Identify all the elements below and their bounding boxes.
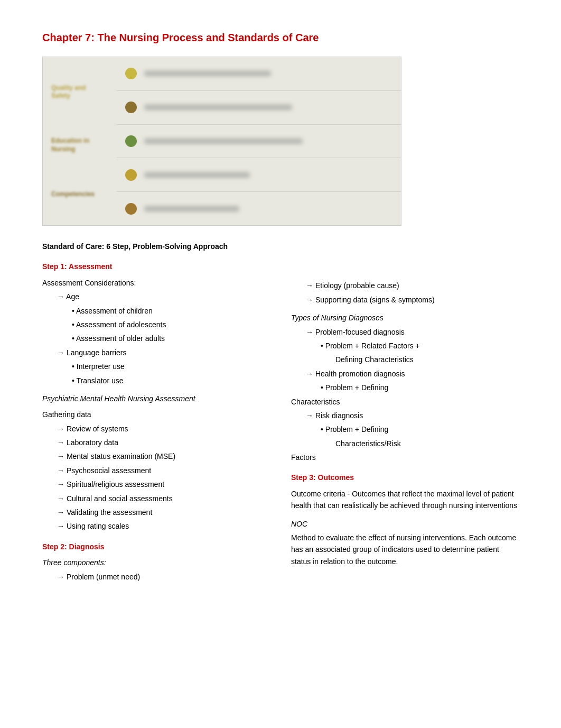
diagram-row-1 (117, 57, 401, 91)
blurred-text-5 (144, 206, 239, 211)
noc-text: Method to evaluate the effect of nursing… (291, 532, 519, 567)
standard-title: Standard of Care: 6 Step, Problem-Solvin… (42, 241, 519, 252)
factors-label: Factors (291, 451, 519, 463)
blurred-text-4 (144, 172, 250, 178)
considerations-label: Assessment Considerations: (42, 277, 270, 289)
blurred-text-2 (144, 105, 292, 110)
gathering-spiritual: → Spiritual/religious assessment (42, 478, 270, 490)
pmh-label: Psychiatric Mental Health Nursing Assess… (42, 393, 270, 404)
gathering-review: → Review of systems (42, 423, 270, 435)
type-risk-problem: • Problem + Defining (291, 423, 519, 435)
type-problem-focused: → Problem-focused diagnosis (291, 326, 519, 338)
three-components-label: Three components: (42, 557, 270, 568)
left-label-3: Competencies (51, 190, 115, 199)
main-content: Step 1: Assessment Assessment Considerat… (42, 261, 519, 585)
type-risk-chars: Characteristics/Risk (291, 438, 519, 449)
type-health-promotion: → Health promotion diagnosis (291, 368, 519, 380)
blurred-text-3 (144, 139, 303, 144)
step1-adolescents: • Assessment of adolescents (42, 319, 270, 330)
gathering-mse: → Mental status examination (MSE) (42, 450, 270, 462)
characteristics-label: Characteristics (291, 396, 519, 408)
step2-heading: Step 2: Diagnosis (42, 541, 270, 552)
outcome-criteria-text: Outcome criteria - Outcomes that reflect… (291, 488, 519, 512)
step1-interpreter: • Interpreter use (42, 361, 270, 372)
noc-label: NOC (291, 518, 519, 530)
dot-4 (125, 169, 137, 181)
types-label: Types of Nursing Diagnoses (291, 312, 519, 324)
type-problem-related: • Problem + Related Factors + (291, 340, 519, 352)
diagram-row-5 (117, 192, 401, 225)
left-label-2: Education inNursing (51, 137, 115, 153)
type-problem-defining: • Problem + Defining (291, 382, 519, 393)
blurred-text-1 (144, 71, 271, 76)
step1-heading: Step 1: Assessment (42, 261, 270, 272)
type-defining-char: Defining Characteristics (291, 354, 519, 365)
gathering-validating: → Validating the assessment (42, 506, 270, 518)
gathering-cultural: → Cultural and social assessments (42, 493, 270, 504)
diagram-row-4 (117, 158, 401, 192)
component-problem: → Problem (unmet need) (42, 571, 270, 583)
dot-5 (125, 203, 137, 215)
step1-age: → Age (42, 291, 270, 302)
left-column: Step 1: Assessment Assessment Considerat… (42, 261, 270, 585)
step1-translator: • Translator use (42, 375, 270, 386)
gathering-label: Gathering data (42, 409, 270, 420)
right-column: → Etiology (probable cause) → Supporting… (291, 261, 519, 585)
chapter-title: Chapter 7: The Nursing Process and Stand… (42, 32, 519, 44)
diagram-row-3 (117, 125, 401, 159)
gathering-rating: → Using rating scales (42, 520, 270, 532)
step1-older-adults: • Assessment of older adults (42, 333, 270, 344)
step1-children: • Assessment of children (42, 305, 270, 317)
left-label-1: Quality andSafety (51, 84, 115, 100)
gathering-psychosocial: → Psychosocial assessment (42, 465, 270, 476)
diagram-row-2 (117, 91, 401, 125)
step3-heading: Step 3: Outcomes (291, 472, 519, 483)
dot-2 (125, 102, 137, 113)
type-risk: → Risk diagnosis (291, 410, 519, 421)
component-supporting: → Supporting data (signs & symptoms) (291, 294, 519, 306)
component-etiology: → Etiology (probable cause) (291, 280, 519, 291)
gathering-lab: → Laboratory data (42, 437, 270, 448)
step1-language: → Language barriers (42, 347, 270, 358)
dot-3 (125, 135, 137, 147)
dot-1 (125, 68, 137, 79)
blurred-diagram: Quality andSafety Education inNursing Co… (42, 57, 401, 226)
